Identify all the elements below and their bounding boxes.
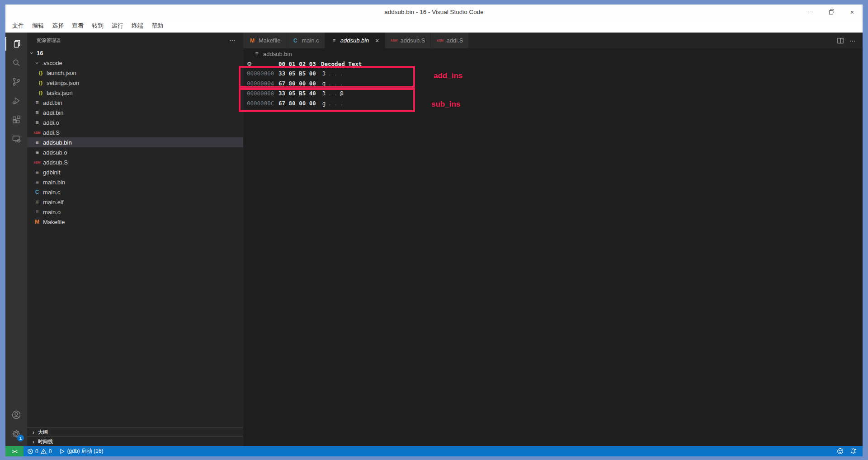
feedback-button[interactable]: [835, 446, 846, 456]
tree-item-addsub-s[interactable]: ASMaddsub.S: [27, 157, 243, 167]
lines-file-icon: ≡: [33, 209, 41, 215]
tab-strip: MMakefileCmain.c≡addsub.bin×ASMaddsub.SA…: [243, 33, 863, 48]
menu-item-4[interactable]: 查看: [68, 22, 88, 30]
tree-item-main-o[interactable]: ≡main.o: [27, 207, 243, 217]
source-control-activity-button[interactable]: [5, 72, 27, 91]
hex-settings-gear-icon[interactable]: ⚙: [247, 61, 278, 67]
hex-decoded: g...: [321, 80, 344, 87]
menu-item-6[interactable]: 运行: [108, 22, 127, 30]
tree-item-main-elf[interactable]: ≡main.elf: [27, 197, 243, 207]
json-file-icon: {}: [37, 70, 44, 75]
tree-item-vscode[interactable]: ›.vscode: [27, 58, 243, 68]
section-label: 时间线: [38, 438, 53, 445]
asm-file-icon: ASM: [33, 131, 41, 134]
decoded-char: 3: [321, 90, 327, 97]
account-button[interactable]: [5, 405, 27, 424]
extensions-activity-button[interactable]: [5, 110, 27, 129]
lines-file-icon: ≡: [330, 38, 338, 44]
lines-file-icon: ≡: [33, 109, 41, 116]
lines-file-icon: ≡: [33, 179, 41, 185]
file-label: addi.S: [43, 129, 60, 136]
sidebar-header: 资源管理器 ⋯: [27, 33, 243, 48]
chevron-down-icon: ›: [28, 50, 35, 56]
tree-item-launch-json[interactable]: {}launch.json: [27, 68, 243, 78]
menu-item-1[interactable]: 文件: [8, 22, 28, 30]
tab-makefile[interactable]: MMakefile: [243, 33, 286, 48]
chevron-right-icon: ›: [31, 429, 36, 436]
tree-item-addi-o[interactable]: ≡addi.o: [27, 117, 243, 127]
menu-item-2[interactable]: 编辑: [28, 22, 48, 30]
activity-bar-bottom: 1: [5, 405, 27, 446]
tree-item-gdbinit[interactable]: ≡gdbinit: [27, 167, 243, 177]
editor-more-actions-icon[interactable]: ⋯: [849, 37, 856, 44]
run-debug-activity-button[interactable]: [5, 91, 27, 110]
menu-item-3[interactable]: 选择: [48, 22, 68, 30]
lines-file-icon: ≡: [33, 139, 41, 146]
decoded-char: .: [327, 100, 333, 107]
warning-icon: [40, 448, 47, 455]
decoded-char: .: [333, 70, 339, 77]
tab-main-c[interactable]: Cmain.c: [286, 33, 325, 48]
asm-file-icon: ASM: [436, 39, 443, 42]
tree-item-addsub-bin[interactable]: ≡addsub.bin: [27, 137, 243, 147]
makefile-file-icon: M: [249, 38, 256, 44]
tab-addsub-s[interactable]: ASMaddsub.S: [385, 33, 431, 48]
tab-addi-s[interactable]: ASMaddi.S: [431, 33, 469, 48]
section-时间线[interactable]: ›时间线: [27, 437, 243, 446]
feedback-smiley-icon: [837, 448, 844, 455]
close-button[interactable]: ×: [842, 5, 863, 19]
notifications-button[interactable]: [848, 446, 859, 456]
debug-status[interactable]: (gdb) 启动 (16): [55, 446, 107, 456]
menu-bar: 文件编辑选择查看转到运行终端帮助: [5, 19, 863, 33]
hex-row-00000004[interactable]: 0000000467 80 00 00g...: [247, 78, 863, 88]
menu-item-7[interactable]: 终端: [127, 22, 147, 30]
hex-address: 00000008: [247, 90, 278, 97]
lines-file-icon: ≡: [33, 119, 41, 126]
section-大纲[interactable]: ›大纲: [27, 427, 243, 437]
settings-button[interactable]: 1: [5, 424, 27, 443]
file-label: main.bin: [43, 179, 65, 186]
hex-header-row: ⚙ 00 01 02 03 Decoded Text: [247, 59, 863, 68]
tree-item-addsub-o[interactable]: ≡addsub.o: [27, 147, 243, 157]
tree-item-addi-bin[interactable]: ≡addi.bin: [27, 108, 243, 117]
tree-item-add-bin[interactable]: ≡add.bin: [27, 98, 243, 108]
errors-count: 0: [35, 448, 38, 455]
tree-item-tasks-json[interactable]: {}tasks.json: [27, 88, 243, 98]
file-label: addi.o: [43, 119, 59, 126]
explorer-activity-button[interactable]: [5, 34, 27, 53]
menu-item-5[interactable]: 转到: [88, 22, 108, 30]
hex-address: 00000004: [247, 80, 278, 87]
tab-addsub-bin[interactable]: ≡addsub.bin×: [325, 33, 385, 48]
tree-item-settings-json[interactable]: {}settings.json: [27, 78, 243, 88]
tree-item-main-bin[interactable]: ≡main.bin: [27, 177, 243, 187]
remote-explorer-activity-button[interactable]: [5, 129, 27, 148]
minimize-button[interactable]: [800, 5, 821, 19]
problems-status[interactable]: 0 0: [24, 446, 55, 456]
activity-bar: 1: [5, 33, 27, 446]
tree-item-addi-s[interactable]: ASMaddi.S: [27, 127, 243, 137]
remote-indicator-button[interactable]: ><: [5, 446, 24, 456]
minimize-icon: [808, 9, 813, 14]
file-label: launch.json: [47, 70, 76, 76]
tab-label: addsub.bin: [340, 37, 369, 44]
breadcrumb[interactable]: ≡ addsub.bin: [243, 48, 863, 59]
hex-address: 0000000C: [247, 100, 278, 107]
split-editor-icon[interactable]: [837, 37, 844, 44]
vscode-window: addsub.bin - 16 - Visual Studio Code × 文…: [5, 5, 863, 456]
hex-columns-header: 00 01 02 03: [278, 61, 321, 67]
restore-button[interactable]: [821, 5, 842, 19]
hex-row-0000000c[interactable]: 0000000C67 80 00 00g...: [247, 98, 863, 108]
menu-item-8[interactable]: 帮助: [147, 22, 167, 30]
tree-item-main-c[interactable]: Cmain.c: [27, 187, 243, 197]
hex-row-00000000[interactable]: 0000000033 05 B5 003...: [247, 68, 863, 78]
sidebar-title: 资源管理器: [36, 37, 61, 44]
debug-status-text: (gdb) 启动 (16): [67, 447, 103, 455]
tree-item-makefile[interactable]: MMakefile: [27, 217, 243, 227]
explorer-more-actions-icon[interactable]: ⋯: [229, 37, 236, 44]
search-activity-button[interactable]: [5, 53, 27, 72]
tree-item-16[interactable]: ›16: [27, 48, 243, 58]
file-label: addsub.bin: [43, 139, 72, 146]
json-file-icon: {}: [37, 90, 44, 95]
tab-close-icon[interactable]: ×: [375, 37, 379, 44]
hex-row-00000008[interactable]: 0000000833 05 B5 403..@: [247, 88, 863, 98]
